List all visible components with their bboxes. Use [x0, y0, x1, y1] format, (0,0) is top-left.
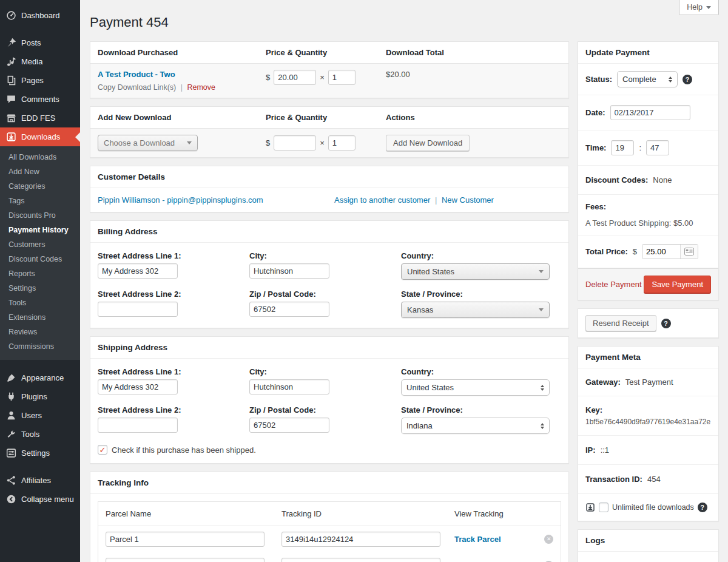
unlimited-downloads-checkbox[interactable]	[599, 503, 608, 512]
track-parcel-link[interactable]: Track Parcel	[454, 535, 501, 544]
parcel-name-input[interactable]	[106, 532, 265, 547]
sidebar-item-label: Plugins	[21, 392, 47, 401]
tracking-id-input[interactable]	[281, 558, 440, 562]
product-link[interactable]: A Test Product - Two	[98, 70, 175, 79]
status-select[interactable]: Complete	[617, 71, 678, 87]
sidebar-subitem-tools[interactable]: Tools	[0, 296, 80, 310]
sidebar-separator	[0, 360, 80, 368]
assign-customer-link[interactable]: Assign to another customer	[334, 195, 430, 205]
shipping-line2-input[interactable]	[98, 418, 178, 433]
field-label: City:	[249, 251, 401, 260]
sidebar-separator	[0, 25, 80, 33]
shipping-city-input[interactable]	[249, 379, 329, 394]
new-price-input[interactable]	[274, 135, 316, 151]
help-icon[interactable]	[698, 503, 707, 512]
sidebar-item-dashboard[interactable]: Dashboard	[0, 6, 80, 25]
save-payment-button[interactable]: Save Payment	[644, 276, 711, 293]
new-quantity-input[interactable]	[328, 135, 356, 151]
billing-city-input[interactable]	[249, 263, 329, 279]
billing-country-select[interactable]: United States	[401, 263, 550, 280]
sidebar-item-collapse-menu[interactable]: Collapse menu	[0, 490, 80, 509]
sidebar-subitem-discount-codes[interactable]: Discount Codes	[0, 252, 80, 266]
column-header: Price & Quantity	[266, 48, 386, 57]
sidebar-subitem-reviews[interactable]: Reviews	[0, 325, 80, 339]
sidebar-subitem-commissions[interactable]: Commissions	[0, 339, 80, 354]
new-customer-link[interactable]: New Customer	[442, 195, 494, 205]
sidebar-subitem-customers[interactable]: Customers	[0, 237, 80, 252]
help-icon[interactable]	[661, 319, 671, 328]
field-label: Street Address Line 2:	[98, 405, 249, 415]
field-label: Zip / Postal Code:	[249, 405, 401, 415]
sidebar-item-posts[interactable]: Posts	[0, 33, 80, 52]
sidebar-subitem-extensions[interactable]: Extensions	[0, 310, 80, 325]
sidebar-item-affiliates[interactable]: Affiliates	[0, 471, 80, 490]
column-header: Add New Download	[98, 113, 266, 122]
user-icon	[6, 410, 16, 421]
billing-line2-input[interactable]	[98, 302, 178, 317]
shipping-line1-input[interactable]	[98, 379, 178, 394]
total-price-input[interactable]	[642, 245, 680, 259]
help-icon[interactable]	[682, 75, 692, 84]
sidebar-item-media[interactable]: Media	[0, 52, 80, 71]
shipping-state-select[interactable]: Indiana	[401, 418, 550, 434]
sidebar-item-label: Collapse menu	[21, 495, 74, 504]
sidebar-item-comments[interactable]: Comments	[0, 90, 80, 109]
section-title: Customer Details	[90, 166, 568, 188]
pin-icon	[6, 38, 16, 48]
field-label: Street Address Line 1:	[98, 367, 249, 376]
ip-value: ::1	[601, 445, 609, 455]
resend-receipt-button[interactable]: Resend Receipt	[585, 315, 656, 331]
sidebar-subitem-reports[interactable]: Reports	[0, 266, 80, 281]
tracking-id-input[interactable]	[281, 532, 440, 547]
store-icon	[6, 113, 16, 123]
recalculate-totals-icon[interactable]	[680, 245, 698, 259]
time-separator: :	[639, 143, 641, 152]
sidebar-item-users[interactable]: Users	[0, 406, 80, 425]
billing-zip-input[interactable]	[249, 302, 329, 317]
view-file-download-log-link[interactable]: View file download log for purchase	[578, 557, 718, 562]
time-minute-input[interactable]	[646, 140, 669, 155]
shipped-checkbox[interactable]	[98, 445, 107, 455]
sidebar-separator	[0, 462, 80, 471]
sidebar-item-settings[interactable]: Settings	[0, 444, 80, 462]
sidebar-item-pages[interactable]: Pages	[0, 71, 80, 90]
remove-tracking-icon[interactable]	[544, 535, 553, 544]
delete-payment-link[interactable]: Delete Payment	[585, 280, 642, 289]
customer-link[interactable]: Pippin Williamson - pippin@pippinsplugin…	[98, 195, 263, 205]
time-hour-input[interactable]	[611, 140, 634, 155]
sidebar-subitem-add-new[interactable]: Add New	[0, 164, 80, 179]
date-input[interactable]	[610, 105, 690, 120]
parcel-name-input[interactable]	[106, 558, 265, 562]
billing-state-select[interactable]: Kansas	[401, 302, 550, 318]
billing-line1-input[interactable]	[98, 263, 178, 279]
quantity-input[interactable]	[328, 70, 356, 85]
gateway-value: Test Payment	[625, 377, 673, 387]
sidebar-item-label: Affiliates	[21, 476, 51, 485]
sidebar-item-appearance[interactable]: Appearance	[0, 368, 80, 387]
transaction-id-value: 454	[647, 475, 661, 484]
add-new-download-button[interactable]: Add New Download	[386, 135, 470, 151]
price-input[interactable]	[274, 70, 316, 85]
key-value: 1bf5e76c4490d9fa977619e4e31aa72e	[585, 418, 711, 426]
copy-download-links-link[interactable]: Copy Download Link(s)	[98, 83, 176, 92]
sidebar-subitem-all-downloads[interactable]: All Downloads	[0, 150, 80, 164]
help-dropdown[interactable]: Help	[679, 0, 719, 15]
choose-download-select[interactable]: Choose a Download	[98, 135, 198, 151]
sidebar-subitem-payment-history[interactable]: Payment History	[0, 223, 80, 237]
field-label: Street Address Line 1:	[98, 251, 249, 260]
plugin-icon	[6, 391, 16, 402]
remove-download-link[interactable]: Remove	[187, 83, 215, 92]
shipping-zip-input[interactable]	[249, 418, 329, 433]
sidebar-subitem-settings[interactable]: Settings	[0, 281, 80, 296]
select-value: Choose a Download	[104, 138, 175, 147]
sidebar-item-plugins[interactable]: Plugins	[0, 387, 80, 406]
section-title: Shipping Address	[90, 337, 568, 359]
sidebar-item-tools[interactable]: Tools	[0, 425, 80, 444]
sidebar-subitem-discounts-pro[interactable]: Discounts Pro	[0, 208, 80, 223]
sidebar-item-edd-fes[interactable]: EDD FES	[0, 109, 80, 127]
sidebar-subitem-categories[interactable]: Categories	[0, 179, 80, 194]
sidebar-item-downloads[interactable]: Downloads	[0, 127, 80, 146]
sidebar-subitem-tags[interactable]: Tags	[0, 194, 80, 208]
shipping-country-select[interactable]: United States	[401, 379, 550, 396]
column-header: Download Purchased	[98, 48, 266, 57]
